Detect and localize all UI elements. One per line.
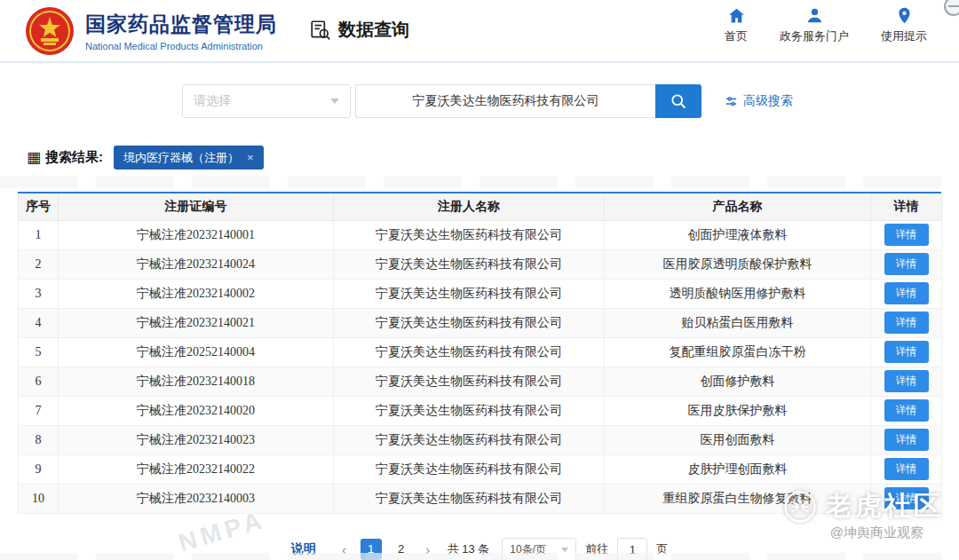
pin-icon	[895, 6, 914, 25]
row-index: 9	[19, 454, 59, 484]
cert-number: 宁械注准20232140023	[59, 425, 334, 454]
product-name: 医用创面敷料	[605, 425, 871, 454]
watermark-strip-top	[0, 177, 959, 188]
user-icon	[805, 6, 824, 25]
results-table: 序号注册证编号注册人名称产品名称详情 1宁械注准20232140001宁夏沃美达…	[18, 193, 942, 514]
detail-button[interactable]: 详情	[884, 458, 929, 480]
search-button[interactable]	[655, 84, 701, 118]
chevron-down-icon	[330, 99, 339, 104]
detail-button[interactable]: 详情	[884, 253, 929, 275]
product-name: 复配重组胶原蛋白冻干粉	[605, 337, 871, 367]
table-row: 1宁械注准20232140001宁夏沃美达生物医药科技有限公司创面护理液体敷料详…	[19, 220, 942, 249]
org-names: 国家药品监督管理局 National Medical Products Admi…	[85, 11, 277, 51]
registrant-name: 宁夏沃美达生物医药科技有限公司	[334, 425, 605, 454]
column-header: 产品名称	[605, 193, 871, 220]
row-index: 1	[19, 220, 59, 249]
row-index: 8	[19, 425, 59, 454]
detail-button[interactable]: 详情	[884, 282, 929, 304]
nav-item-tips[interactable]: 使用提示	[881, 6, 927, 44]
close-icon[interactable]: ×	[247, 152, 254, 163]
registrant-name: 宁夏沃美达生物医药科技有限公司	[334, 249, 605, 279]
cert-number: 宁械注准20232140002	[59, 279, 334, 308]
home-icon	[727, 6, 746, 25]
advanced-search-link[interactable]: 高级搜索	[725, 93, 793, 109]
product-name: 医用皮肤保护敷料	[605, 396, 871, 425]
filter-tag-label: 境内医疗器械（注册）	[123, 146, 239, 170]
nmpa-emblem-logo	[25, 6, 75, 56]
registrant-name: 宁夏沃美达生物医药科技有限公司	[334, 337, 605, 367]
nav-item-portal[interactable]: 政务服务门户	[780, 6, 849, 44]
chevron-down-icon	[561, 548, 568, 552]
advanced-search-label: 高级搜索	[743, 93, 793, 109]
registrant-name: 宁夏沃美达生物医药科技有限公司	[334, 484, 605, 513]
nav-label: 政务服务门户	[780, 28, 849, 44]
product-name: 创面修护敷料	[605, 367, 871, 396]
column-header: 详情	[871, 193, 942, 220]
registrant-name: 宁夏沃美达生物医药科技有限公司	[334, 220, 605, 249]
table-row: 6宁械注准20232140018宁夏沃美达生物医药科技有限公司创面修护敷料详情	[19, 367, 942, 396]
search-icon	[670, 92, 687, 110]
table-row: 3宁械注准20232140002宁夏沃美达生物医药科技有限公司透明质酸钠医用修护…	[19, 279, 942, 308]
cert-number: 宁械注准20232140003	[59, 484, 334, 513]
column-header: 注册人名称	[334, 193, 605, 220]
table-header-row: 序号注册证编号注册人名称产品名称详情	[19, 193, 942, 220]
registrant-name: 宁夏沃美达生物医药科技有限公司	[334, 308, 605, 337]
cert-number: 宁械注准20232140020	[59, 396, 334, 425]
data-query-icon	[309, 19, 332, 42]
table-row: 10宁械注准20232140003宁夏沃美达生物医药科技有限公司重组胶原蛋白生物…	[19, 484, 942, 513]
filter-icon	[725, 95, 738, 108]
detail-button[interactable]: 详情	[884, 487, 929, 509]
search-input[interactable]	[355, 84, 655, 118]
cert-number: 宁械注准20232140021	[59, 308, 334, 337]
table-row: 4宁械注准20232140021宁夏沃美达生物医药科技有限公司贻贝粘蛋白医用敷料…	[19, 308, 942, 337]
product-name: 重组胶原蛋白生物修复敷料	[605, 484, 871, 513]
cert-number: 宁械注准20232140018	[59, 367, 334, 396]
grid-icon: ▦	[27, 150, 41, 165]
watermark-strip-bottom	[0, 553, 959, 560]
filter-tag[interactable]: 境内医疗器械（注册） ×	[114, 146, 264, 170]
cert-number: 宁械注准20232140022	[59, 454, 334, 484]
registrant-name: 宁夏沃美达生物医药科技有限公司	[334, 367, 605, 396]
product-name: 贻贝粘蛋白医用敷料	[605, 308, 871, 337]
org-name-cn: 国家药品监督管理局	[85, 11, 277, 38]
top-nav: 首页 政务服务门户 使用提示	[725, 6, 927, 44]
table-row: 9宁械注准20232140022宁夏沃美达生物医药科技有限公司皮肤护理创面敷料详…	[19, 454, 942, 484]
search-bar: 请选择 高级搜索	[182, 84, 793, 118]
results-label: 搜索结果:	[45, 149, 103, 166]
page: 国家药品监督管理局 National Medical Products Admi…	[0, 0, 959, 560]
nav-label: 使用提示	[881, 28, 927, 44]
cert-number: 宁械注准20232140024	[59, 249, 334, 279]
product-name: 创面护理液体敷料	[605, 220, 871, 249]
row-index: 3	[19, 279, 59, 308]
row-index: 6	[19, 367, 59, 396]
product-name: 医用胶原透明质酸保护敷料	[605, 249, 871, 279]
detail-button[interactable]: 详情	[884, 399, 929, 422]
table-body: 1宁械注准20232140001宁夏沃美达生物医药科技有限公司创面护理液体敷料详…	[19, 220, 942, 513]
detail-button[interactable]: 详情	[884, 341, 929, 363]
column-header: 注册证编号	[59, 193, 334, 220]
row-index: 10	[19, 484, 59, 513]
detail-button[interactable]: 详情	[884, 224, 929, 246]
registrant-name: 宁夏沃美达生物医药科技有限公司	[334, 279, 605, 308]
registrant-name: 宁夏沃美达生物医药科技有限公司	[334, 396, 605, 425]
results-table-wrap: 序号注册证编号注册人名称产品名称详情 1宁械注准20232140001宁夏沃美达…	[18, 192, 941, 514]
category-select[interactable]: 请选择	[182, 84, 351, 118]
org-name-en: National Medical Products Administration	[85, 41, 277, 51]
nav-label: 首页	[725, 28, 748, 44]
accessibility-icon[interactable]	[944, 0, 959, 16]
table-row: 5宁械注准20252140004宁夏沃美达生物医药科技有限公司复配重组胶原蛋白冻…	[19, 337, 942, 367]
product-name: 皮肤护理创面敷料	[605, 454, 871, 484]
detail-button[interactable]: 详情	[884, 312, 929, 334]
app-title: 数据查询	[309, 18, 409, 42]
registrant-name: 宁夏沃美达生物医药科技有限公司	[334, 454, 605, 484]
detail-button[interactable]: 详情	[884, 429, 929, 451]
category-placeholder: 请选择	[194, 93, 231, 109]
detail-button[interactable]: 详情	[884, 370, 929, 392]
table-row: 2宁械注准20232140024宁夏沃美达生物医药科技有限公司医用胶原透明质酸保…	[19, 249, 942, 279]
column-header: 序号	[19, 193, 59, 220]
nav-item-home[interactable]: 首页	[725, 6, 748, 44]
cert-number: 宁械注准20232140001	[59, 220, 334, 249]
nmpa-logo-block: 国家药品监督管理局 National Medical Products Admi…	[25, 6, 277, 56]
product-name: 透明质酸钠医用修护敷料	[605, 279, 871, 308]
table-row: 7宁械注准20232140020宁夏沃美达生物医药科技有限公司医用皮肤保护敷料详…	[19, 396, 942, 425]
